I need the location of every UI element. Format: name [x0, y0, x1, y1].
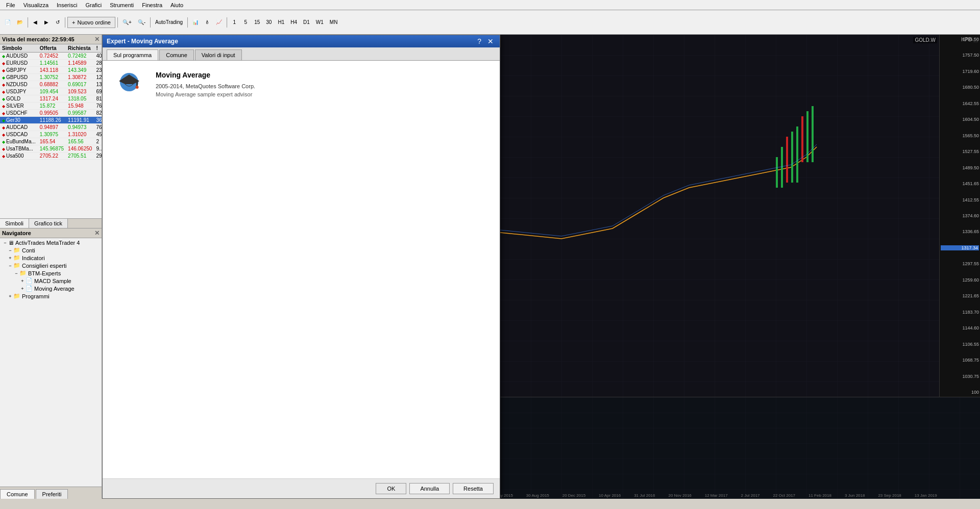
- toolbar-sep-4: [150, 17, 151, 28]
- dialog-reset-button[interactable]: Resetta: [453, 483, 494, 494]
- cell-ask: 1.31020: [66, 131, 94, 138]
- market-watch-close[interactable]: ✕: [94, 36, 100, 43]
- cell-bid: 2705.22: [38, 152, 66, 160]
- cell-bid: 1.30975: [38, 131, 66, 138]
- tree-expander: −: [7, 263, 13, 268]
- toolbar-new-btn[interactable]: 📄: [2, 17, 13, 28]
- toolbar-period-5[interactable]: 5: [240, 17, 251, 28]
- tree-label: Moving Average: [34, 286, 75, 292]
- tree-icon-folder-yellow: 📁: [13, 254, 20, 261]
- market-row-nzdusd[interactable]: ◆NZDUSD0.688820.69017135: [0, 81, 102, 88]
- toolbar-period-w1[interactable]: W1: [313, 17, 326, 28]
- dialog-tab-sul-programma[interactable]: Sul programma: [107, 49, 158, 60]
- menu-aiuto[interactable]: Aiuto: [166, 1, 187, 9]
- nav-item-moving-average[interactable]: +📄Moving Average: [1, 285, 101, 292]
- cell-bid: 1.14561: [38, 60, 66, 67]
- dialog-title-buttons: ? ✕: [475, 37, 496, 45]
- toolbar-back-btn[interactable]: ◀: [30, 17, 40, 28]
- menu-inserisci[interactable]: Inserisci: [53, 1, 81, 9]
- market-row-ger30[interactable]: ◆Ger3011188.2611191.91365: [0, 117, 102, 124]
- cell-ask: 146.06250: [66, 145, 94, 152]
- market-row-usdcad[interactable]: ◆USDCAD1.309751.3102045: [0, 131, 102, 138]
- toolbar-period-h4[interactable]: H4: [288, 17, 300, 28]
- cell-symbol: ◆GBPJPY: [0, 67, 38, 74]
- nav-item-btm-experts[interactable]: −📁BTM-Experts: [1, 269, 101, 277]
- dialog-info: Moving Average 2005-2014, MetaQuotes Sof…: [156, 71, 255, 468]
- dialog-tab-comune[interactable]: Comune: [159, 49, 194, 60]
- market-row-gbpusd[interactable]: ◆GBPUSD1.307521.30872120: [0, 74, 102, 81]
- toolbar-chart-bar[interactable]: 📊: [190, 17, 201, 28]
- bottom-tab-comune[interactable]: Comune: [0, 489, 35, 499]
- dialog-expert-title: Moving Average: [156, 71, 255, 79]
- nav-item-programmi[interactable]: +📁Programmi: [1, 292, 101, 300]
- toolbar-autotrading[interactable]: AutoTrading: [153, 17, 185, 28]
- nav-item-activtrades-metatrader-4[interactable]: −🖥ActivTrades MetaTrader 4: [1, 239, 101, 246]
- market-row-gbpjpy[interactable]: ◆GBPJPY143.118143.349231: [0, 67, 102, 74]
- tree-expander: −: [7, 248, 13, 253]
- toolbar-refresh-btn[interactable]: ↺: [53, 17, 63, 28]
- dialog-close-button[interactable]: ✕: [485, 37, 496, 45]
- toolbar-period-1[interactable]: 1: [229, 17, 239, 28]
- toolbar-open-btn[interactable]: 📂: [14, 17, 26, 28]
- toolbar-period-h1[interactable]: H1: [275, 17, 287, 28]
- dialog-tab-valori-input[interactable]: Valori di input: [195, 49, 242, 60]
- tree-label: Consiglieri esperti: [22, 263, 66, 269]
- market-row-usdjpy[interactable]: ◆USDJPY109.454109.52369: [0, 88, 102, 95]
- cell-ask: 15.948: [66, 103, 94, 110]
- toolbar-chart-line[interactable]: 📈: [213, 17, 225, 28]
- toolbar-chart-candle[interactable]: 🕯: [202, 17, 212, 28]
- dialog-help-button[interactable]: ?: [475, 37, 483, 45]
- tab-simboli[interactable]: Simboli: [0, 219, 29, 228]
- cell-spread: 29: [94, 152, 102, 160]
- tree-expander: +: [19, 278, 26, 284]
- dialog-ok-button[interactable]: OK: [376, 483, 406, 494]
- tab-grafico-tick[interactable]: Grafico tick: [29, 219, 68, 228]
- toolbar-sep-6: [227, 17, 227, 28]
- market-row-audusd[interactable]: ◆AUDUSD0.724520.7249240: [0, 53, 102, 60]
- svg-point-6: [136, 86, 139, 89]
- toolbar-zoom-in[interactable]: 🔍+: [120, 17, 134, 28]
- left-panel: Vista del mercato: 22:59:45 ✕ Simbolo Of…: [0, 35, 102, 499]
- chart-area[interactable]: GOLD.W: [102, 35, 980, 499]
- cell-spread: 28: [94, 60, 102, 67]
- market-row-audcad[interactable]: ◆AUDCAD0.948970.9497376: [0, 124, 102, 131]
- tree-icon-script: 📄: [26, 285, 33, 292]
- cell-ask: 0.99587: [66, 110, 94, 117]
- tree-expander: −: [2, 240, 8, 245]
- market-row-gold[interactable]: ◆GOLD1317.241318.0581: [0, 95, 102, 103]
- main-layout: Vista del mercato: 22:59:45 ✕ Simbolo Of…: [0, 35, 980, 499]
- market-row-silver[interactable]: ◆SILVER15.87215.94876: [0, 103, 102, 110]
- menu-finestra[interactable]: Finestra: [138, 1, 166, 9]
- menu-strumenti[interactable]: Strumenti: [106, 1, 138, 9]
- toolbar-period-30[interactable]: 30: [263, 17, 274, 28]
- market-row-eubundma...[interactable]: ◆EuBundMa...165.54165.562: [0, 138, 102, 145]
- nav-item-conti[interactable]: −📁Conti: [1, 246, 101, 254]
- cell-symbol: ◆USDCHF: [0, 110, 38, 117]
- bottom-tab-preferiti[interactable]: Preferiti: [36, 489, 68, 499]
- toolbar-period-d1[interactable]: D1: [301, 17, 312, 28]
- menu-grafici[interactable]: Grafici: [81, 1, 106, 9]
- nav-item-macd-sample[interactable]: +📄MACD Sample: [1, 277, 101, 285]
- toolbar-forward-btn[interactable]: ▶: [41, 17, 52, 28]
- nav-item-consiglieri-esperti[interactable]: −📁Consiglieri esperti: [1, 262, 101, 269]
- new-order-button[interactable]: + Nuovo ordine: [67, 17, 115, 28]
- cell-bid: 145.96875: [38, 145, 66, 152]
- col-ask: Richiesta: [66, 44, 94, 53]
- navigator-close[interactable]: ✕: [94, 230, 100, 237]
- toolbar-zoom-out[interactable]: 🔍-: [135, 17, 148, 28]
- toolbar-period-15[interactable]: 15: [252, 17, 262, 28]
- menu-file[interactable]: File: [2, 1, 19, 9]
- market-watch-panel: Vista del mercato: 22:59:45 ✕ Simbolo Of…: [0, 35, 102, 228]
- toolbar-period-mn[interactable]: MN: [327, 17, 340, 28]
- dialog-expert-icon: [113, 71, 145, 104]
- cell-ask: 0.69017: [66, 81, 94, 88]
- market-row-usdchf[interactable]: ◆USDCHF0.995050.9958782: [0, 110, 102, 117]
- market-row-usatbma...[interactable]: ◆UsaTBMa...145.96875146.062509...: [0, 145, 102, 152]
- menu-visualizza[interactable]: Visualizza: [19, 1, 53, 9]
- market-row-usa500[interactable]: ◆Usa5002705.222705.5129: [0, 152, 102, 160]
- market-row-eurusd[interactable]: ◆EURUSD1.145611.1458928: [0, 60, 102, 67]
- cell-symbol: ◆GOLD: [0, 95, 38, 103]
- dialog-cancel-button[interactable]: Annulla: [409, 483, 450, 494]
- cell-bid: 15.872: [38, 103, 66, 110]
- nav-item-indicatori[interactable]: +📁Indicatori: [1, 254, 101, 262]
